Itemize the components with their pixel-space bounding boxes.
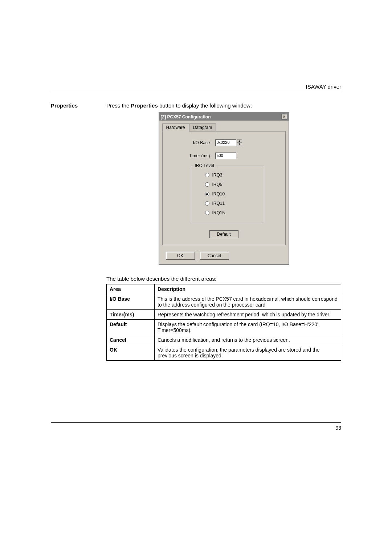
irq-legend: IRQ Level xyxy=(193,163,216,168)
intro-text: Press the Properties button to display t… xyxy=(106,102,341,109)
tab-body: I/O Base 0x0220 ▲ ▼ Timer (ms) 500 xyxy=(162,131,286,245)
radio-dot-icon xyxy=(206,193,208,195)
rule-bottom xyxy=(51,422,341,423)
spinner-up-icon[interactable]: ▲ xyxy=(237,139,242,143)
tab-datagram[interactable]: Datagram xyxy=(189,123,216,131)
table-row: OK Validates the configuration; the para… xyxy=(107,345,341,361)
close-icon[interactable]: ✕ xyxy=(281,114,287,119)
th-area: Area xyxy=(107,284,155,294)
radio-icon[interactable] xyxy=(205,201,209,206)
tab-strip: Hardware Datagram xyxy=(159,121,289,131)
table-row: I/O Base This is the address of the PCX5… xyxy=(107,294,341,310)
radio-label: IRQ5 xyxy=(212,182,222,187)
rule-top xyxy=(51,92,341,92)
ok-button[interactable]: OK xyxy=(166,252,195,260)
spinner-down-icon[interactable]: ▼ xyxy=(237,143,242,146)
io-base-label: I/O Base xyxy=(187,140,210,145)
cell-desc: Cancels a modification, and returns to t… xyxy=(155,335,341,345)
cell-desc: Validates the configuration; the paramet… xyxy=(155,345,341,361)
radio-icon[interactable] xyxy=(205,211,209,215)
radio-label: IRQ15 xyxy=(212,210,225,215)
intro-bold: Properties xyxy=(131,102,158,109)
io-base-value[interactable]: 0x0220 xyxy=(215,139,236,146)
radio-irq15[interactable]: IRQ15 xyxy=(198,208,257,218)
timer-label: Timer (ms) xyxy=(187,153,210,158)
table-intro: The table below describes the different … xyxy=(106,276,341,282)
io-base-spinner[interactable]: 0x0220 ▲ ▼ xyxy=(215,139,242,146)
radio-label: IRQ3 xyxy=(212,173,222,178)
section-heading: Properties xyxy=(51,102,96,109)
cell-area: Cancel xyxy=(107,335,155,345)
radio-label: IRQ10 xyxy=(212,191,225,197)
description-table: Area Description I/O Base This is the ad… xyxy=(106,284,341,361)
cell-desc: Displays the default configuration of th… xyxy=(155,320,341,335)
table-row: Default Displays the default configurati… xyxy=(107,320,341,335)
th-desc: Description xyxy=(155,284,341,294)
radio-irq5[interactable]: IRQ5 xyxy=(198,180,257,189)
cell-area: Timer(ms) xyxy=(107,310,155,320)
radio-icon[interactable] xyxy=(205,173,209,177)
cell-area: Default xyxy=(107,320,155,335)
cell-area: I/O Base xyxy=(107,294,155,310)
timer-input[interactable]: 500 xyxy=(215,153,236,159)
radio-irq11[interactable]: IRQ11 xyxy=(198,199,257,208)
default-button[interactable]: Default xyxy=(209,230,238,238)
dialog-title: [2] PCX57 Configuration xyxy=(161,114,211,119)
page-number: 93 xyxy=(51,425,341,431)
radio-label: IRQ11 xyxy=(212,201,225,206)
cancel-button[interactable]: Cancel xyxy=(200,252,229,260)
radio-icon[interactable] xyxy=(205,192,209,196)
radio-irq3[interactable]: IRQ3 xyxy=(198,170,257,180)
header-right: ISAWAY driver xyxy=(51,84,341,90)
irq-groupbox: IRQ Level IRQ3 IRQ5 IRQ10 xyxy=(191,166,264,223)
table-row: Cancel Cancels a modification, and retur… xyxy=(107,335,341,345)
spinner-buttons[interactable]: ▲ ▼ xyxy=(237,139,242,146)
intro-suffix: button to display the following window: xyxy=(158,102,252,109)
configuration-dialog: [2] PCX57 Configuration ✕ Hardware Datag… xyxy=(159,112,289,265)
table-row: Timer(ms) Represents the watchdog refres… xyxy=(107,310,341,320)
radio-irq10[interactable]: IRQ10 xyxy=(198,189,257,199)
radio-icon[interactable] xyxy=(205,182,209,187)
cell-desc: This is the address of the PCX57 card in… xyxy=(155,294,341,310)
tab-hardware[interactable]: Hardware xyxy=(162,123,189,131)
cell-desc: Represents the watchdog refreshment peri… xyxy=(155,310,341,320)
intro-prefix: Press the xyxy=(106,102,131,109)
cell-area: OK xyxy=(107,345,155,361)
dialog-titlebar: [2] PCX57 Configuration ✕ xyxy=(159,113,289,121)
